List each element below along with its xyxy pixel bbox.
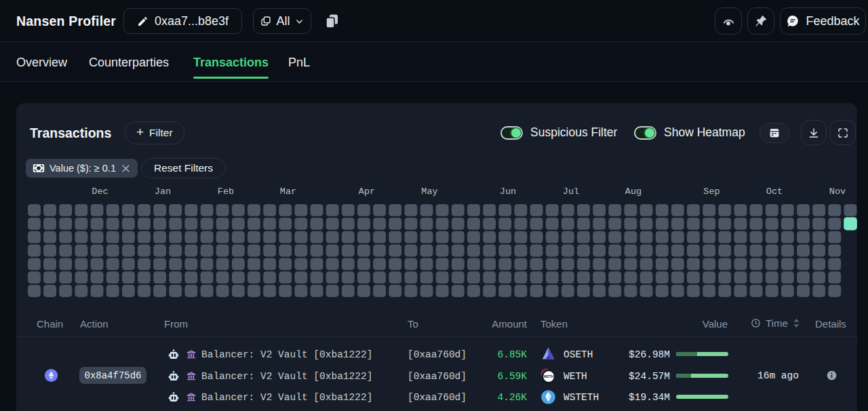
svg-text:WETH: WETH xyxy=(544,374,554,378)
